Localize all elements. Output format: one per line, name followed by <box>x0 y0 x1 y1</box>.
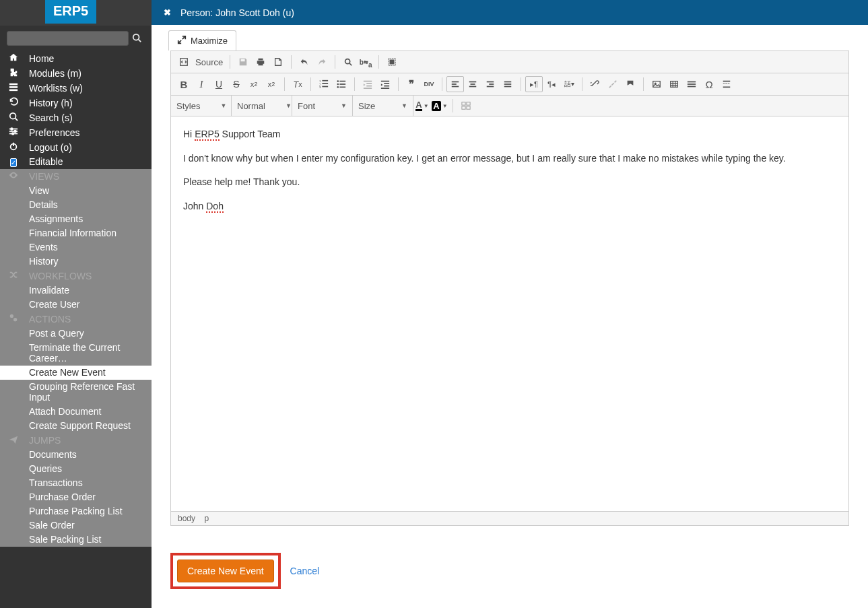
indent-icon[interactable] <box>376 76 394 92</box>
editor-body[interactable]: Hi ERP5 Support Team I don't know why bu… <box>171 116 848 511</box>
act-terminate-career[interactable]: Terminate the Current Career… <box>0 341 152 366</box>
jmp-sale-order[interactable]: Sale Order <box>0 518 152 533</box>
maximize-button[interactable]: Maximize <box>168 30 236 50</box>
close-icon[interactable]: ✖ <box>164 7 171 18</box>
source-label[interactable]: Source <box>193 57 226 67</box>
font-select[interactable]: Font▼ <box>292 96 353 116</box>
views-view[interactable]: View <box>0 184 152 198</box>
views-events[interactable]: Events <box>0 240 152 255</box>
svg-rect-62 <box>688 83 696 85</box>
views-details[interactable]: Details <box>0 198 152 212</box>
anchor-icon[interactable] <box>622 76 639 92</box>
eye-icon <box>7 170 20 182</box>
pagebreak-icon[interactable] <box>718 76 735 92</box>
styles-select[interactable]: Styles▼ <box>171 96 232 116</box>
superscript-icon[interactable]: x2 <box>263 76 280 92</box>
views-history[interactable]: History <box>0 255 152 269</box>
align-left-icon[interactable] <box>446 76 464 92</box>
hr-icon[interactable] <box>683 76 700 92</box>
jmp-queries[interactable]: Queries <box>0 462 152 476</box>
wf-invalidate[interactable]: Invalidate <box>0 283 152 298</box>
special-char-icon[interactable]: Ω <box>700 76 718 92</box>
rtl-icon[interactable]: ¶◂ <box>543 76 560 92</box>
history-icon <box>7 97 20 108</box>
create-new-event-button[interactable]: Create New Event <box>177 560 274 582</box>
ltr-icon[interactable]: ▸¶ <box>525 76 543 92</box>
svg-rect-38 <box>381 81 389 82</box>
nav-search[interactable]: Search (s) <box>0 110 152 125</box>
strike-icon[interactable]: S <box>228 76 245 92</box>
redo-icon[interactable] <box>313 54 331 70</box>
bg-color-icon[interactable]: A▼ <box>431 98 448 114</box>
nav-preferences[interactable]: Preferences <box>0 125 152 140</box>
print-icon[interactable] <box>252 54 269 70</box>
unlink-icon[interactable] <box>604 76 622 92</box>
language-icon[interactable]: 話▾ <box>560 76 578 92</box>
div-icon[interactable]: DIV <box>420 76 438 92</box>
jmp-purchase-order[interactable]: Purchase Order <box>0 490 152 504</box>
path-seg[interactable]: p <box>204 514 209 523</box>
jmp-documents[interactable]: Documents <box>0 448 152 462</box>
selectall-icon[interactable] <box>383 54 401 70</box>
checkbox-checked-icon: ✓ <box>10 158 17 167</box>
find-icon[interactable] <box>339 54 357 70</box>
format-select[interactable]: Normal▼ <box>232 96 292 116</box>
size-select[interactable]: Size▼ <box>353 96 413 116</box>
logo[interactable]: ERP5 <box>45 0 96 24</box>
nav-label: History (h) <box>29 98 73 108</box>
align-justify-icon[interactable] <box>499 76 516 92</box>
views-assignments[interactable]: Assignments <box>0 212 152 226</box>
act-post-query[interactable]: Post a Query <box>0 327 152 341</box>
nav-logout[interactable]: Logout (o) <box>0 140 152 155</box>
act-attach-document[interactable]: Attach Document <box>0 405 152 419</box>
subscript-icon[interactable]: x2 <box>245 76 263 92</box>
source-button[interactable] <box>175 54 193 70</box>
table-icon[interactable] <box>665 76 683 92</box>
wf-create-user[interactable]: Create User <box>0 298 152 312</box>
puzzle-icon <box>7 67 20 79</box>
svg-rect-29 <box>339 81 345 82</box>
jumps-header: JUMPS <box>0 433 152 448</box>
act-create-new-event[interactable]: Create New Event <box>0 366 152 380</box>
nav-history[interactable]: History (h) <box>0 96 152 110</box>
align-right-icon[interactable] <box>481 76 499 92</box>
nav-worklists[interactable]: Worklists (w) <box>0 81 152 96</box>
outdent-icon[interactable] <box>359 76 376 92</box>
jmp-purchase-packing[interactable]: Purchase Packing List <box>0 504 152 518</box>
underline-icon[interactable]: U <box>210 76 228 92</box>
replace-icon[interactable]: b⇆a <box>357 54 374 70</box>
nav-editable-toggle[interactable]: ✓Editable <box>0 155 152 169</box>
bold-icon[interactable]: B <box>175 76 193 92</box>
show-blocks-icon[interactable] <box>457 98 475 114</box>
nav-home[interactable]: Home <box>0 51 152 66</box>
quote-icon[interactable]: ❞ <box>403 76 420 92</box>
jmp-transactions[interactable]: Transactions <box>0 476 152 490</box>
gears-icon <box>7 313 20 325</box>
act-create-support[interactable]: Create Support Request <box>0 419 152 433</box>
ol-icon[interactable]: 123 <box>315 76 333 92</box>
remove-format-icon[interactable]: Tx <box>289 76 306 92</box>
align-center-icon[interactable] <box>464 76 481 92</box>
save-icon[interactable] <box>234 54 252 70</box>
path-seg[interactable]: body <box>178 514 195 523</box>
act-grouping-ref[interactable]: Grouping Reference Fast Input <box>0 380 152 405</box>
text-color-icon[interactable]: A▼ <box>413 98 431 114</box>
newpage-icon[interactable] <box>269 54 287 70</box>
undo-icon[interactable] <box>296 54 313 70</box>
nav-modules[interactable]: Modules (m) <box>0 66 152 81</box>
search-icon[interactable] <box>129 33 145 44</box>
svg-rect-42 <box>452 81 459 83</box>
jmp-sale-packing[interactable]: Sale Packing List <box>0 533 152 547</box>
sidebar-search-input[interactable] <box>7 31 129 46</box>
cancel-link[interactable]: Cancel <box>290 566 320 576</box>
image-icon[interactable] <box>648 76 665 92</box>
nav-label: View <box>29 185 49 196</box>
views-financial[interactable]: Financial Information <box>0 226 152 240</box>
nav-label: Create User <box>29 299 79 310</box>
svg-rect-54 <box>653 81 661 88</box>
italic-icon[interactable]: I <box>193 76 210 92</box>
nav-label: Queries <box>29 463 62 474</box>
link-icon[interactable] <box>587 76 604 92</box>
nav-label: Modules (m) <box>29 68 81 79</box>
ul-icon[interactable] <box>333 76 350 92</box>
